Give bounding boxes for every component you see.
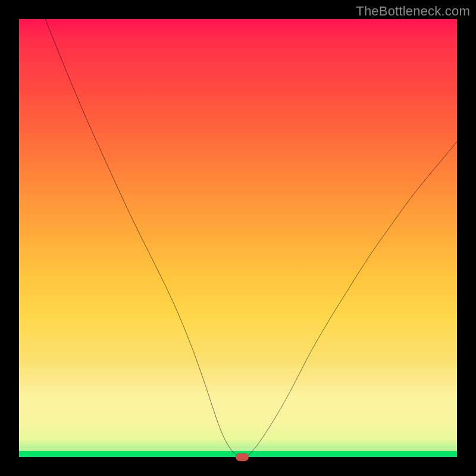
bottleneck-curve bbox=[19, 19, 457, 457]
attribution-text: TheBottleneck.com bbox=[356, 4, 470, 19]
curve-left-branch bbox=[45, 19, 457, 457]
plot-area bbox=[19, 19, 457, 457]
optimal-point-marker bbox=[236, 453, 249, 461]
chart-frame: TheBottleneck.com bbox=[0, 0, 476, 476]
